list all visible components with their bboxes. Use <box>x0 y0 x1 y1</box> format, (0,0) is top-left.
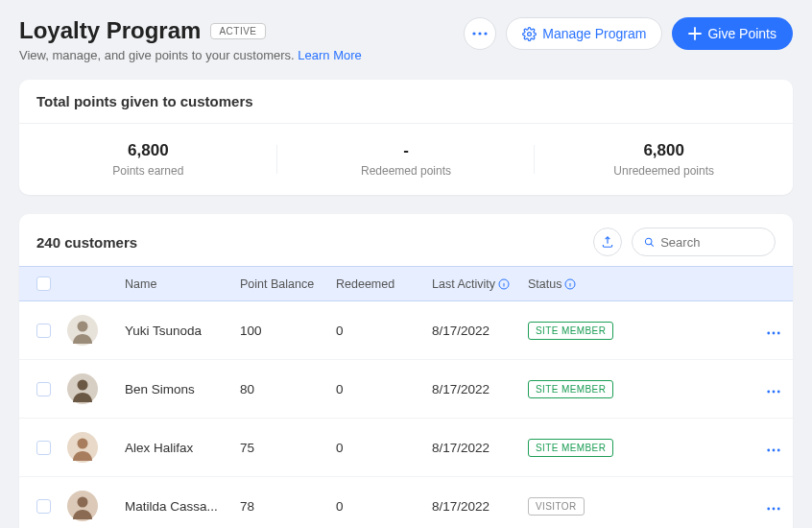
svg-point-14 <box>767 390 770 393</box>
info-icon <box>564 278 576 290</box>
cell-name: Yuki Tsunoda <box>125 324 240 338</box>
svg-point-20 <box>773 448 776 451</box>
svg-point-19 <box>767 448 770 451</box>
avatar <box>67 432 98 463</box>
search-input-wrap[interactable] <box>632 228 776 256</box>
cell-status: SITE MEMBER <box>528 380 653 398</box>
give-points-button[interactable]: Give Points <box>672 17 793 50</box>
customer-count: 240 customers <box>36 234 137 251</box>
select-all-checkbox[interactable] <box>36 276 51 291</box>
cell-name: Ben Simons <box>125 382 240 396</box>
ellipsis-icon <box>767 507 780 511</box>
table-body: Yuki Tsunoda 100 0 8/17/2022 SITE MEMBER… <box>19 301 793 528</box>
column-status[interactable]: Status <box>528 277 653 291</box>
stat-points-earned: 6,800 Points earned <box>19 141 277 178</box>
svg-point-2 <box>485 32 488 35</box>
stat-redeemed-points: - Redeemed points <box>277 141 536 178</box>
svg-point-26 <box>777 507 780 510</box>
row-more-button[interactable] <box>754 499 793 514</box>
cell-status: SITE MEMBER <box>528 322 653 340</box>
plus-icon <box>688 27 702 40</box>
customers-table-card: 240 customers Name Point Balance Redeeme… <box>19 214 793 528</box>
table-header: Name Point Balance Redeemed Last Activit… <box>19 266 793 301</box>
svg-point-15 <box>773 390 776 393</box>
page-subtitle: View, manage, and give points to your cu… <box>19 48 362 62</box>
cell-balance: 80 <box>240 382 336 396</box>
row-more-button[interactable] <box>754 382 793 396</box>
more-actions-button[interactable] <box>464 17 496 50</box>
svg-point-3 <box>528 32 532 36</box>
table-row[interactable]: Ben Simons 80 0 8/17/2022 SITE MEMBER <box>19 360 793 419</box>
cell-redeemed: 0 <box>336 324 432 338</box>
table-row[interactable]: Matilda Cassa... 78 0 8/17/2022 VISITOR <box>19 477 793 528</box>
cell-status: SITE MEMBER <box>528 439 653 457</box>
row-more-button[interactable] <box>754 441 793 455</box>
ellipsis-icon <box>767 331 780 335</box>
row-checkbox[interactable] <box>36 324 51 338</box>
cell-name: Alex Halifax <box>125 441 240 455</box>
svg-point-9 <box>767 331 770 334</box>
cell-redeemed: 0 <box>336 441 432 455</box>
table-row[interactable]: Yuki Tsunoda 100 0 8/17/2022 SITE MEMBER <box>19 301 793 360</box>
svg-point-8 <box>78 322 88 332</box>
export-button[interactable] <box>593 228 622 256</box>
gear-icon <box>522 27 537 41</box>
svg-point-25 <box>773 507 776 510</box>
search-icon <box>644 236 655 249</box>
cell-last-activity: 8/17/2022 <box>432 324 528 338</box>
svg-point-21 <box>777 448 780 451</box>
manage-program-button[interactable]: Manage Program <box>506 17 662 50</box>
svg-point-23 <box>78 497 88 508</box>
cell-balance: 78 <box>240 499 336 514</box>
ellipsis-icon <box>767 390 780 394</box>
ellipsis-icon <box>767 448 780 452</box>
svg-point-0 <box>473 32 476 35</box>
cell-redeemed: 0 <box>336 499 432 514</box>
svg-point-4 <box>645 238 652 245</box>
column-redeemed[interactable]: Redeemed <box>336 277 432 291</box>
column-last-activity[interactable]: Last Activity <box>432 277 528 291</box>
column-balance[interactable]: Point Balance <box>240 277 336 291</box>
avatar <box>67 315 98 346</box>
row-checkbox[interactable] <box>36 441 51 455</box>
svg-point-24 <box>767 507 770 510</box>
row-more-button[interactable] <box>754 324 793 338</box>
search-input[interactable] <box>660 235 763 250</box>
row-checkbox[interactable] <box>36 382 51 396</box>
cell-last-activity: 8/17/2022 <box>432 499 528 514</box>
avatar <box>67 373 98 404</box>
ellipsis-icon <box>472 32 488 36</box>
cell-balance: 75 <box>240 441 336 455</box>
svg-point-11 <box>777 331 780 334</box>
stat-unredeemed-points: 6,800 Unredeemed points <box>535 141 793 178</box>
status-badge: ACTIVE <box>210 23 265 39</box>
column-name[interactable]: Name <box>125 277 240 291</box>
svg-point-18 <box>78 439 88 449</box>
info-icon <box>498 278 510 290</box>
cell-last-activity: 8/17/2022 <box>432 441 528 455</box>
row-checkbox[interactable] <box>36 499 51 514</box>
cell-balance: 100 <box>240 324 336 338</box>
page-title: Loyalty Program <box>19 17 201 44</box>
cell-last-activity: 8/17/2022 <box>432 382 528 396</box>
learn-more-link[interactable]: Learn More <box>298 48 361 62</box>
cell-name: Matilda Cassa... <box>125 499 240 514</box>
cell-status: VISITOR <box>528 497 653 516</box>
avatar <box>67 491 98 521</box>
export-icon <box>601 235 614 249</box>
table-row[interactable]: Alex Halifax 75 0 8/17/2022 SITE MEMBER <box>19 419 793 477</box>
cell-redeemed: 0 <box>336 382 432 396</box>
stats-card: Total points given to customers 6,800 Po… <box>19 80 793 195</box>
stats-card-title: Total points given to customers <box>19 80 793 124</box>
svg-point-1 <box>479 32 482 35</box>
svg-point-16 <box>777 390 780 393</box>
svg-point-10 <box>773 331 776 334</box>
svg-point-13 <box>78 380 88 391</box>
page-header: Loyalty Program ACTIVE View, manage, and… <box>19 17 793 62</box>
